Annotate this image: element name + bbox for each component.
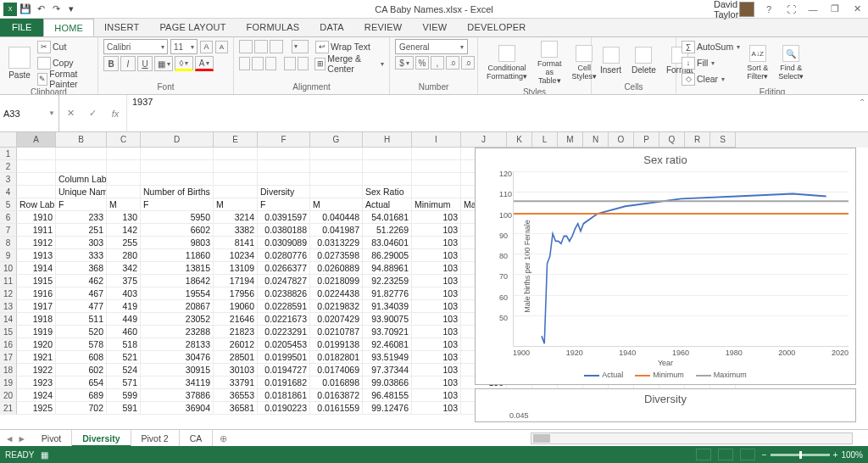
cell[interactable]: 702 [56,402,107,415]
cell[interactable]: 0.0280776 [258,249,310,262]
cell[interactable]: 521 [107,351,141,364]
cell[interactable] [258,160,310,173]
cell[interactable]: 103 [412,326,461,338]
cell[interactable] [107,160,141,173]
row-header[interactable]: 6 [0,211,17,224]
cell[interactable] [310,160,363,173]
cell[interactable] [258,173,310,186]
cell[interactable]: 520 [56,326,107,338]
row-header[interactable]: 13 [0,300,17,313]
cell[interactable]: 0.0247827 [258,275,310,287]
cell[interactable]: 1911 [17,224,56,237]
cell[interactable]: 51.2269 [363,224,412,237]
align-right-icon[interactable] [265,57,276,70]
col-header-N[interactable]: N [583,132,609,148]
cell[interactable]: 0.0163872 [310,389,363,402]
cell[interactable]: 17194 [214,275,258,287]
italic-button[interactable]: I [120,56,136,71]
find-select-button[interactable]: 🔍Find &Select▾ [775,43,807,82]
cell[interactable] [56,160,107,173]
cell[interactable]: 1914 [17,262,56,275]
col-header-K[interactable]: K [507,132,532,148]
col-header-R[interactable]: R [685,132,710,148]
cell[interactable]: M [310,198,363,211]
cell[interactable]: 54.01681 [363,211,412,224]
select-all-corner[interactable] [0,132,17,148]
cell[interactable]: 0.0207429 [310,313,363,326]
col-header-A[interactable]: A [17,132,56,148]
row-header[interactable]: 16 [0,338,17,351]
cell[interactable]: 0.0182801 [310,351,363,364]
cell[interactable]: 0.0194727 [258,364,310,377]
normal-view-icon[interactable] [696,449,711,460]
cell[interactable]: 36553 [214,389,258,402]
cell[interactable] [17,173,56,186]
cell[interactable]: 92.46081 [363,338,412,351]
col-header-L[interactable]: L [532,132,558,148]
expand-formula-bar-icon[interactable]: ⌃ [859,98,865,107]
sheet-nav-prev-icon[interactable]: ◄ [5,433,14,443]
name-box[interactable]: A33▼ [0,95,59,131]
row-header[interactable]: 19 [0,377,17,389]
page-break-view-icon[interactable] [740,449,755,460]
cell[interactable]: 93.51949 [363,351,412,364]
cell[interactable]: 0.0273598 [310,249,363,262]
autosum-button[interactable]: ∑AutoSum [682,39,740,54]
scroll-thumb[interactable] [533,434,550,443]
row-header[interactable]: 15 [0,326,17,338]
underline-button[interactable]: U [137,56,153,71]
cell[interactable]: 103 [412,224,461,237]
page-layout-view-icon[interactable] [718,449,733,460]
cell[interactable]: 1917 [17,300,56,313]
align-bottom-icon[interactable] [270,40,283,53]
cell[interactable]: 280 [107,249,141,262]
cell[interactable]: 0.040448 [310,211,363,224]
row-header[interactable]: 1 [0,148,17,160]
cell[interactable]: 86.29005 [363,249,412,262]
cell[interactable]: 518 [107,338,141,351]
cell[interactable]: 1920 [17,338,56,351]
col-header-O[interactable]: O [609,132,634,148]
cell[interactable]: 0.0309089 [258,237,310,249]
paste-button[interactable]: Paste [5,45,34,81]
cell[interactable]: 93.90075 [363,313,412,326]
cell[interactable]: 21823 [214,326,258,338]
cancel-formula-icon[interactable]: ✕ [67,108,75,119]
cell[interactable]: 578 [56,338,107,351]
cell[interactable]: 654 [56,377,107,389]
col-header-H[interactable]: H [363,132,412,148]
row-header[interactable]: 3 [0,173,17,186]
cell[interactable]: 23288 [141,326,214,338]
cell[interactable]: 103 [412,338,461,351]
enter-formula-icon[interactable]: ✓ [89,108,97,119]
cell[interactable]: 30103 [214,364,258,377]
cell[interactable]: 368 [56,262,107,275]
cell[interactable]: 0.0238826 [258,287,310,300]
row-header[interactable]: 4 [0,186,17,198]
cell[interactable]: 94.88961 [363,262,412,275]
cell[interactable] [107,148,141,160]
zoom-out-icon[interactable]: − [762,450,767,460]
cell[interactable] [412,173,461,186]
cell[interactable]: 36581 [214,402,258,415]
cell[interactable]: 0.0221673 [258,313,310,326]
cell[interactable]: 103 [412,351,461,364]
cell[interactable]: 96.48155 [363,389,412,402]
cell[interactable]: 103 [412,275,461,287]
font-name-select[interactable]: Calibri [103,39,168,54]
cell[interactable]: 0.0313229 [310,237,363,249]
new-sheet-button[interactable]: ⊕ [213,433,234,443]
cell[interactable]: 3382 [214,224,258,237]
cell[interactable]: 97.37344 [363,364,412,377]
cell[interactable]: 0.0174069 [310,364,363,377]
file-tab[interactable]: FILE [0,18,43,36]
currency-button[interactable]: $ [395,56,414,70]
decrease-decimal-icon[interactable]: .0 [461,56,475,70]
cell[interactable]: F [141,198,214,211]
cell[interactable] [17,148,56,160]
cell[interactable]: M [107,198,141,211]
cell[interactable]: 0.0191682 [258,377,310,389]
col-header-D[interactable]: D [141,132,214,148]
format-painter-button[interactable]: ✎Format Painter [37,71,92,86]
cell[interactable]: 1919 [17,326,56,338]
